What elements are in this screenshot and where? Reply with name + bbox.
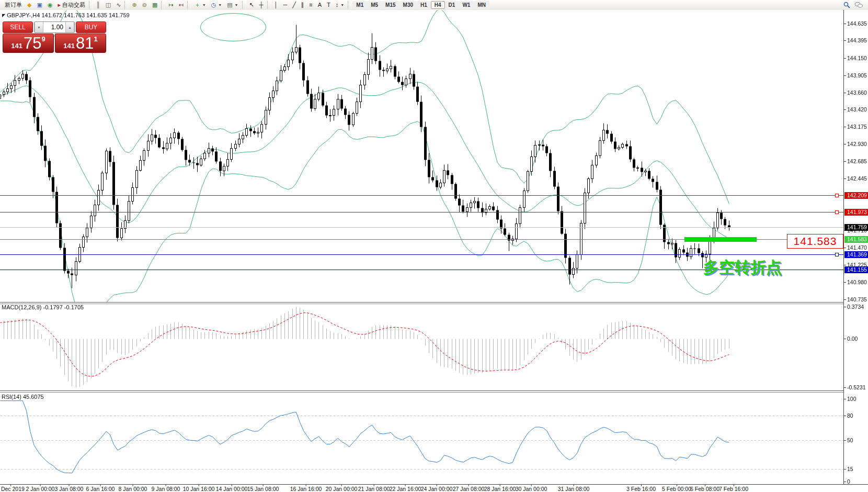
cursor-icon: ↖ — [249, 1, 254, 9]
chart-shift-icon[interactable]: ↤ — [176, 1, 186, 9]
panel-splitter-macd[interactable] — [0, 302, 868, 304]
timeframe-m5[interactable]: M5 — [367, 1, 382, 9]
time-label: 9 Jan 08:00 — [152, 486, 180, 492]
candlestick-chart-icon[interactable]: ◫ — [103, 1, 113, 9]
crosshair-icon: ┼ — [259, 1, 264, 9]
price-badge-141.369: 141.369 — [844, 251, 868, 258]
time-label: 22 Jan 16:00 — [390, 486, 421, 492]
time-label: 8 Jan 00:00 — [119, 486, 147, 492]
price-tick: 144.150 — [844, 55, 868, 62]
zoom-out-icon[interactable]: ⊖ — [140, 1, 150, 9]
auto-trading-button: ▸ — [58, 1, 61, 9]
timeframe-m1[interactable]: M1 — [352, 1, 367, 9]
price-tick: 142.930 — [844, 141, 868, 148]
timeframe-m15[interactable]: M15 — [382, 1, 399, 9]
time-axis[interactable]: 0 Dec 20192 Jan 00:003 Jan 08:006 Jan 16… — [0, 484, 868, 492]
price-callout-label[interactable]: 141.583 — [787, 234, 843, 249]
price-tick: 142.685 — [844, 158, 868, 165]
ellipse-annotation[interactable] — [200, 13, 266, 41]
buy-price-int: 141 — [63, 42, 75, 50]
sell-price-int: 141 — [11, 42, 22, 50]
cursor-icon[interactable]: ↖ — [247, 1, 257, 9]
search-icon[interactable] — [843, 2, 850, 8]
highlight-line[interactable] — [684, 237, 757, 242]
timeframe-m30[interactable]: M30 — [399, 1, 417, 9]
signal-icon[interactable]: ◉ — [45, 1, 55, 9]
chevron-down-icon: ▼ — [218, 3, 222, 7]
auto-scroll-icon: ↦ — [168, 1, 173, 9]
channel-icon[interactable]: ∥ — [299, 1, 307, 9]
timeframe-mn[interactable]: MN — [474, 1, 489, 9]
bar-chart-icon[interactable]: ║ — [94, 1, 103, 9]
turning-point-annotation[interactable]: 多空转折点 — [703, 257, 782, 278]
metaeditor-icon[interactable]: ◆ — [25, 1, 34, 9]
price-tick: 143.420 — [844, 106, 868, 113]
timeframe-w1[interactable]: W1 — [459, 1, 474, 9]
sell-price-main: 75 — [24, 35, 41, 51]
line-handle[interactable] — [835, 194, 839, 197]
toolbar-separator — [242, 1, 246, 9]
horizontal-line-142.209[interactable] — [0, 195, 843, 196]
auto-scroll-icon[interactable]: ↦ — [166, 1, 176, 9]
text-icon[interactable]: A — [315, 1, 324, 9]
horizontal-line-icon[interactable]: ─ — [280, 1, 290, 9]
line-handle[interactable] — [835, 253, 839, 256]
price-tick: 141.470 — [844, 244, 868, 251]
volume-decrease-button[interactable]: ▼ — [35, 22, 43, 32]
toolbar-separator — [267, 1, 271, 9]
panel-splitter-rsi[interactable] — [0, 390, 868, 393]
zoom-in-icon[interactable]: ⊕ — [129, 1, 139, 9]
rsi-indicator-label: RSI(14) 45.6075 — [2, 394, 44, 400]
timeframe-d1[interactable]: D1 — [445, 1, 459, 9]
periods-button[interactable]: ◷▼ — [209, 1, 225, 9]
add-indicator-button[interactable]: ＋▼ — [192, 1, 209, 9]
time-label: 5 Feb 00:00 — [662, 486, 691, 492]
buy-price-display[interactable]: 141 81 1 — [55, 33, 106, 53]
price-chart-canvas[interactable] — [0, 10, 843, 492]
price-tick: 144.635 — [844, 20, 868, 27]
templates-button[interactable]: ▤▼ — [224, 1, 241, 9]
horizontal-line-141.759[interactable] — [0, 227, 843, 228]
timeframe-h4[interactable]: H4 — [431, 1, 445, 9]
time-label: 16 Jan 16:00 — [290, 486, 322, 492]
timeframe-h1[interactable]: H1 — [417, 1, 431, 9]
text-label-icon[interactable]: T — [324, 1, 333, 9]
buy-button[interactable]: BUY — [76, 21, 106, 33]
chat-icon[interactable] — [854, 2, 863, 8]
sell-price-pip: 9 — [41, 35, 45, 43]
volume-input[interactable] — [43, 22, 65, 32]
crosshair-icon[interactable]: ┼ — [257, 1, 266, 9]
horizontal-line-141.973[interactable] — [0, 212, 843, 213]
add-indicator-button: ＋ — [195, 1, 200, 9]
arrows-icon: ↕ — [336, 1, 339, 9]
sell-button[interactable]: SELL — [3, 21, 33, 33]
volume-increase-button[interactable]: ▲ — [65, 22, 74, 32]
price-badge-142.209: 142.209 — [844, 192, 868, 199]
vertical-line-icon[interactable]: │ — [272, 1, 281, 9]
terminal-icon: ▣ — [37, 1, 42, 9]
auto-trading-button[interactable]: ▸自动交易 — [55, 1, 88, 9]
time-label: 3 Jan 08:00 — [55, 486, 84, 492]
price-badge-141.155: 141.155 — [844, 266, 868, 273]
toolbar-separator — [161, 1, 165, 9]
macd-axis-tick: 0.00 — [844, 336, 868, 342]
tile-windows-icon[interactable]: ▦ — [150, 1, 160, 9]
time-label: 2 Jan 00:00 — [26, 486, 55, 492]
terminal-icon[interactable]: ▣ — [34, 1, 44, 9]
sell-price-display[interactable]: 141 75 9 — [3, 33, 54, 53]
new-order-button[interactable]: 新订单 — [2, 1, 25, 9]
trendline-icon[interactable]: ╱ — [290, 1, 299, 9]
arrows-icon[interactable]: ↕▼ — [333, 1, 347, 9]
buy-price-pip: 1 — [94, 35, 97, 43]
horizontal-line-141.369[interactable] — [0, 254, 843, 255]
templates-button: ▤ — [227, 1, 232, 9]
text-icon: A — [318, 1, 322, 9]
chevron-down-icon: ▼ — [235, 3, 238, 7]
fibonacci-icon[interactable]: ≡ — [306, 1, 315, 9]
price-tick: 142.445 — [844, 175, 868, 182]
line-chart-icon[interactable]: ∿ — [113, 1, 123, 9]
price-tick: 143.660 — [844, 90, 868, 96]
line-handle[interactable] — [835, 210, 839, 214]
price-axis[interactable]: 144.635144.395144.150143.905143.660143.4… — [843, 10, 868, 484]
channel-icon: ∥ — [301, 1, 304, 9]
